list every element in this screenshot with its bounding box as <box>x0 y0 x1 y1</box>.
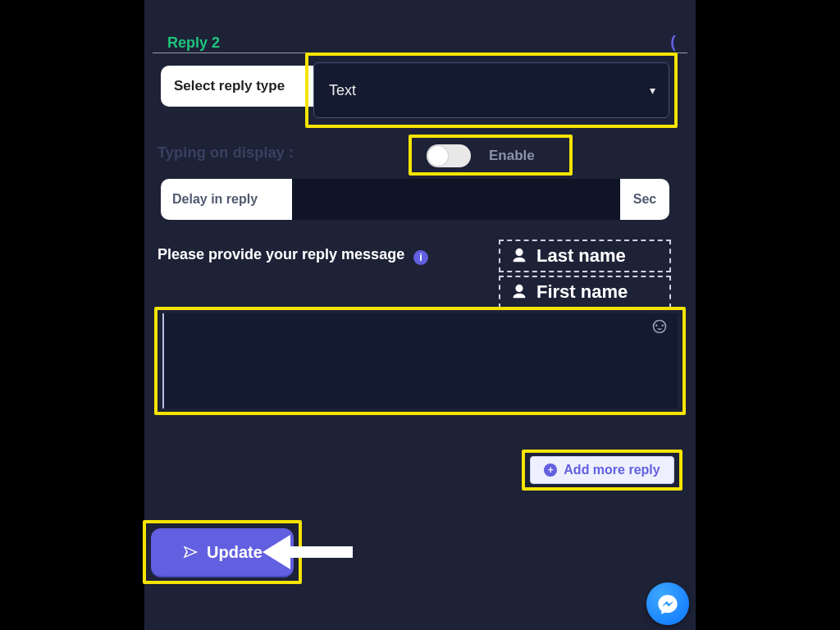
update-button[interactable]: Update <box>151 528 294 576</box>
reply-type-value: Text <box>329 82 356 99</box>
paper-plane-icon <box>182 544 199 560</box>
select-reply-type-label: Select reply type <box>161 66 313 107</box>
tab-accent-icon: ( <box>670 33 676 52</box>
typing-on-display-label: Typing on display : <box>158 144 294 162</box>
toggle-knob <box>428 146 448 166</box>
delay-label: Delay in reply <box>161 179 292 220</box>
variable-chip-first-name[interactable]: First name <box>499 276 671 308</box>
enable-toggle[interactable] <box>427 144 471 167</box>
emoji-picker-icon[interactable] <box>651 318 668 335</box>
variable-chip-last-name[interactable]: Last name <box>499 240 671 272</box>
delay-unit: Sec <box>620 179 669 220</box>
chevron-down-icon: ▾ <box>650 84 655 97</box>
delay-input[interactable] <box>292 179 620 220</box>
add-more-label: Add more reply <box>564 463 660 477</box>
info-icon[interactable]: i <box>413 250 428 265</box>
delay-row: Delay in reply Sec <box>161 179 669 220</box>
reply-type-select[interactable]: Text ▾ <box>313 62 669 118</box>
messenger-bubble-icon[interactable] <box>646 582 689 625</box>
enable-toggle-label: Enable <box>489 148 535 164</box>
tab-title: Reply 2 <box>167 34 220 52</box>
chip-label: First name <box>536 281 628 303</box>
add-more-reply-button[interactable]: + Add more reply <box>530 456 674 484</box>
plus-circle-icon: + <box>544 463 557 477</box>
provide-message-label: Please provide your reply message i <box>158 246 428 263</box>
person-icon <box>510 283 528 301</box>
update-label: Update <box>207 543 262 562</box>
chip-label: Last name <box>536 245 626 267</box>
person-icon <box>510 247 528 265</box>
reply-message-input[interactable] <box>162 313 678 409</box>
